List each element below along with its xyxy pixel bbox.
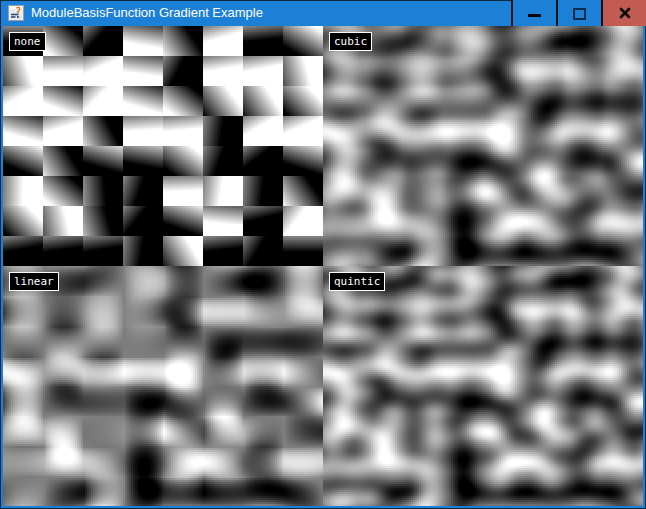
close-button[interactable] — [601, 0, 646, 26]
window-controls — [511, 0, 646, 26]
noise-panel-linear: linear — [3, 266, 323, 506]
noise-panel-none: none — [3, 26, 323, 266]
maximize-button[interactable] — [556, 0, 601, 26]
noise-canvas-cubic — [323, 26, 643, 266]
noise-label-linear: linear — [9, 272, 59, 291]
minimize-button[interactable] — [511, 0, 556, 26]
window-title: ModuleBasisFunction Gradient Example — [31, 0, 511, 26]
noise-panel-cubic: cubic — [323, 26, 643, 266]
noise-label-cubic: cubic — [329, 32, 372, 51]
close-icon — [619, 7, 631, 19]
maximize-icon — [573, 8, 586, 20]
titlebar[interactable]: ModuleBasisFunction Gradient Example — [0, 0, 646, 26]
noise-canvas-linear — [3, 266, 323, 506]
app-window: ModuleBasisFunction Gradient Example non… — [0, 0, 646, 509]
java-coffee-cup-icon — [8, 5, 24, 21]
noise-panel-quintic: quintic — [323, 266, 643, 506]
noise-label-none: none — [9, 32, 46, 51]
noise-canvas-quintic — [323, 266, 643, 506]
noise-label-quintic: quintic — [329, 272, 385, 291]
noise-canvas-none — [3, 26, 323, 266]
canvas-area: none cubic linear quintic — [3, 26, 643, 506]
minimize-icon — [528, 14, 541, 17]
